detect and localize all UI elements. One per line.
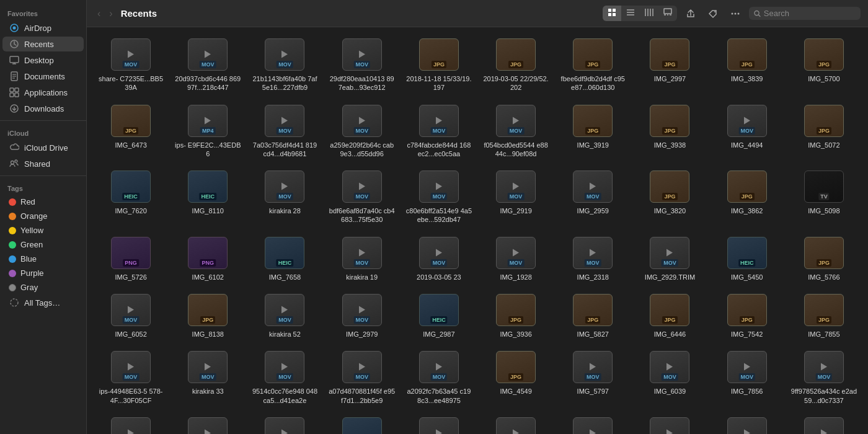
file-item[interactable]: 20d937cbd6c446 86997f...218c447 — [171, 33, 244, 96]
file-item[interactable]: ips-44948E63-5 578-4F...30F05CF — [94, 346, 167, 409]
file-item[interactable]: IMG_2959 — [556, 166, 629, 228]
file-item[interactable]: IMG_3820 — [633, 166, 706, 228]
file-name: 20d937cbd6c446 86997f...218c447 — [174, 74, 241, 92]
file-item[interactable]: share- C7235E...BB539A — [94, 33, 167, 96]
file-item[interactable]: IMG_7542 — [711, 289, 784, 342]
file-item[interactable]: IMG_2979 — [326, 289, 399, 342]
file-item[interactable]: 9ff978526a434c e2ad59...d0c7337 — [787, 346, 861, 409]
file-item[interactable]: IMG_7663 — [326, 412, 399, 434]
file-item[interactable]: IMG_1928 — [479, 232, 552, 285]
file-item[interactable]: IMG_2919 — [479, 166, 552, 228]
file-item[interactable]: 727f31147d8344 d7b556...6b2de23 — [248, 412, 321, 434]
sidebar-item-green[interactable]: Green — [2, 238, 84, 251]
file-item[interactable]: IMG_8110 — [171, 166, 244, 228]
file-item[interactable]: IMG_5700 — [787, 33, 861, 96]
file-item[interactable]: IMG_6052 — [94, 289, 167, 342]
play-overlay-icon — [281, 429, 288, 434]
file-item[interactable]: IMG_7620 — [94, 166, 167, 228]
file-item[interactable]: IMG_3839 — [711, 33, 784, 96]
file-item[interactable]: IMG_4549 — [479, 346, 552, 409]
more-button[interactable] — [727, 6, 744, 21]
file-item[interactable]: IMG_3154.TRIM — [787, 412, 861, 434]
file-item[interactable]: IMG_2987 — [402, 289, 476, 342]
file-item[interactable]: IMG_6473 — [94, 100, 167, 162]
file-item[interactable]: 29df280eaa10413 897eab...93ec912 — [326, 33, 399, 96]
view-list-button[interactable] — [621, 6, 640, 21]
file-item[interactable]: IMG_5827 — [556, 289, 629, 342]
file-item[interactable]: IMG_8138 — [171, 289, 244, 342]
sidebar-item-shared[interactable]: Shared — [2, 156, 84, 171]
sidebar-item-applications[interactable]: Applications — [2, 85, 84, 100]
tag-button[interactable] — [704, 6, 722, 21]
file-item[interactable]: IMG_2318 — [556, 232, 629, 285]
file-item[interactable]: IMG_5072 — [787, 100, 861, 162]
sidebar-item-icloud-drive[interactable]: iCloud Drive — [2, 140, 84, 155]
file-item[interactable]: IMG_3862 — [711, 166, 784, 228]
file-item[interactable]: ips- E9FE2C...43EDB6 — [171, 100, 244, 162]
file-item[interactable]: IMG_2929 — [711, 412, 784, 434]
file-item[interactable]: f054bcd0ed5544 e8844c...90ef08d — [479, 100, 552, 162]
sidebar-item-blue[interactable]: Blue — [2, 252, 84, 265]
sidebar-item-purple[interactable]: Purple — [2, 267, 84, 280]
file-item[interactable]: IMG_6039 — [633, 346, 706, 409]
play-overlay-icon — [744, 363, 750, 371]
file-item[interactable]: IMG_7658 — [248, 232, 321, 285]
file-item[interactable]: IMG_3919 — [556, 100, 629, 162]
file-item[interactable]: e7b61b3407884b f497b52...2da81b — [633, 412, 706, 434]
file-item[interactable]: kirakira 52 — [248, 289, 321, 342]
file-item[interactable]: IMG_4494 — [711, 100, 784, 162]
file-item[interactable]: kirakira 33 — [171, 346, 244, 409]
sidebar-item-gray[interactable]: Gray — [2, 281, 84, 294]
sidebar-item-documents[interactable]: Documents — [2, 69, 84, 84]
file-item[interactable]: kirakira 28 — [248, 166, 321, 228]
file-item[interactable]: IMG_5766 — [787, 232, 861, 285]
sidebar-item-orange[interactable]: Orange — [2, 210, 84, 223]
file-item[interactable]: a259e209f2b64c cab9e3...d55dd96 — [326, 100, 399, 162]
file-item[interactable]: 21b1143bf6fa40b 7af5e16...227dfb9 — [248, 33, 321, 96]
file-item[interactable]: IMG_6446 — [633, 289, 706, 342]
file-item[interactable]: a2092fc7b63a45 c198c3...ee48975 — [402, 346, 476, 409]
file-item[interactable]: 2019-03-05 22/29/52.202 — [479, 33, 552, 96]
sidebar-item-desktop[interactable]: Desktop — [2, 53, 84, 68]
file-item[interactable]: 7a03c756df4d41 819cd4...d4b9681 — [248, 100, 321, 162]
file-item[interactable]: IMG_5726 — [94, 232, 167, 285]
view-gallery-button[interactable] — [658, 6, 677, 21]
share-button[interactable] — [682, 6, 699, 21]
file-item[interactable]: c80e6bff2a514e9 4a5ebe...592db47 — [402, 166, 476, 228]
file-item[interactable]: IMG_5098 — [787, 166, 861, 228]
file-item[interactable]: bdf6e6af8d7a40c cb4683...75f5e30 — [326, 166, 399, 228]
file-item[interactable]: a45c7c3ffb3f497 09ce8c...c191b07 — [479, 412, 552, 434]
back-button[interactable]: ‹ — [94, 6, 104, 21]
file-item[interactable]: 2018-11-18 15/33/19.197 — [402, 33, 476, 96]
file-item[interactable]: 9514c0cc76e948 048ca5...d41ea2e — [248, 346, 321, 409]
file-item[interactable]: fbee6df9db2d4df c95e87...060d130 — [556, 33, 629, 96]
file-item[interactable]: IMG_7856 — [711, 346, 784, 409]
file-item[interactable]: 22bc1243831f43 6ba221...8ac72aef — [94, 412, 167, 434]
file-item[interactable]: IMG_2997 — [633, 33, 706, 96]
sidebar-item-recents[interactable]: Recents — [2, 37, 84, 51]
search-input[interactable] — [764, 9, 856, 18]
sidebar-item-all-tags[interactable]: All Tags… — [2, 295, 84, 310]
sidebar-item-airdrop[interactable]: AirDrop — [2, 20, 84, 35]
file-item[interactable]: 53b2042f96a347 a5bbad...ff0d9301 — [171, 412, 244, 434]
file-item[interactable]: IMG_3936 — [479, 289, 552, 342]
file-item[interactable]: IMG_3938 — [633, 100, 706, 162]
file-item[interactable]: c784fabcde844d 168ec2...ec0c5aa — [402, 100, 476, 162]
forward-button[interactable]: › — [106, 6, 115, 21]
file-item[interactable]: IMG_2929.TRIM — [633, 232, 706, 285]
file-item[interactable]: IMG_5450 — [711, 232, 784, 285]
file-item[interactable]: IMG_7855 — [787, 289, 861, 342]
sidebar-item-red[interactable]: Red — [2, 195, 84, 208]
view-icon-button[interactable] — [603, 6, 621, 21]
file-item[interactable]: IMG_6102 — [171, 232, 244, 285]
file-item[interactable]: kirakira 49 — [402, 412, 476, 434]
sidebar-item-downloads[interactable]: Downloads — [2, 101, 84, 116]
sidebar-item-yellow[interactable]: Yellow — [2, 224, 84, 237]
file-item[interactable]: kirakira 19 — [326, 232, 399, 285]
file-item[interactable]: a07d4870881f45f e95f7d1...2bb5e9 — [326, 346, 399, 409]
view-columns-button[interactable] — [640, 6, 658, 21]
file-item[interactable]: 2019-03-05 23 — [402, 232, 476, 285]
play-overlay-icon — [513, 183, 519, 190]
file-item[interactable]: IMG_5797 — [556, 346, 629, 409]
file-item[interactable]: c223b3b8ad1144 2f8c28...7328d04 — [556, 412, 629, 434]
